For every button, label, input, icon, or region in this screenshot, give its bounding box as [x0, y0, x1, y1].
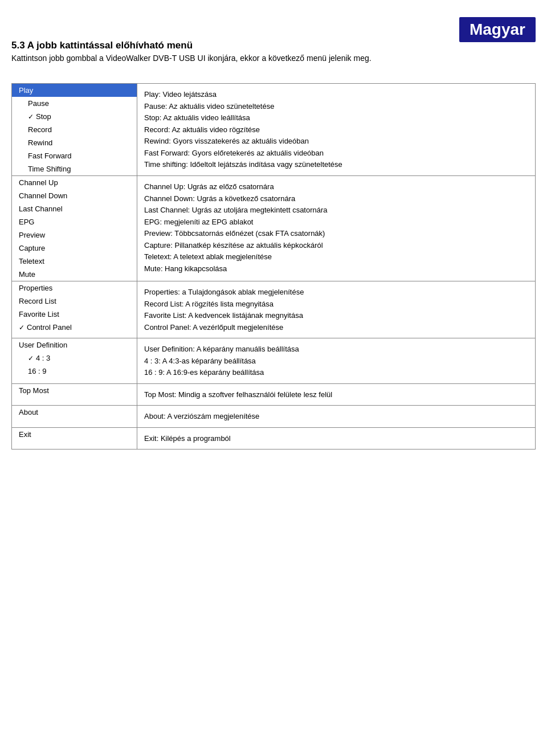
description-line: Record List: A rögzítés lista megnyitása — [144, 299, 528, 310]
description-line: Top Most: Mindig a szoftver felhasználói… — [144, 389, 528, 401]
menu-item[interactable]: User Definition — [12, 338, 137, 352]
description-section: Exit: Kilépés a programból — [137, 428, 535, 449]
menu-right-col: User Definition: A képarány manuális beá… — [137, 338, 536, 384]
menu-item[interactable]: Play — [12, 84, 137, 97]
section-subtitle: Kattintson jobb gombbal a VideoWalker DV… — [11, 54, 536, 63]
menu-left-col: Top Most — [12, 383, 137, 406]
menu-item[interactable]: Control Panel — [12, 321, 137, 334]
menu-item[interactable]: Record List — [12, 295, 137, 308]
description-line: Preview: Többcsatornás előnézet (csak FT… — [144, 228, 528, 239]
menu-item[interactable]: Exit — [12, 428, 137, 441]
menu-group-row: Channel UpChannel DownLast ChannelEPGPre… — [12, 176, 536, 281]
menu-item[interactable]: Channel Up — [12, 176, 137, 189]
menu-group-row: PlayPauseStopRecordRewindFast ForwardTim… — [12, 84, 536, 176]
menu-item[interactable]: Time Shifting — [12, 162, 137, 175]
section-title: 5.3 A jobb kattintással előhívható menü — [11, 40, 536, 51]
description-line: Stop: Az aktuális video leállítása — [144, 112, 528, 124]
menu-item[interactable]: Rewind — [12, 136, 137, 149]
menu-right-col: Play: Video lejátszásaPause: Az aktuális… — [137, 84, 536, 176]
description-line: Mute: Hang kikapcsolása — [144, 263, 528, 275]
menu-item[interactable]: Properties — [12, 281, 137, 295]
menu-group-row: User Definition4 : 316 : 9User Definitio… — [12, 338, 536, 384]
description-section: Top Most: Mindig a szoftver felhasználói… — [137, 384, 535, 406]
description-line: 16 : 9: A 16:9-es képarány beállítása — [144, 367, 528, 378]
description-section: User Definition: A képarány manuális beá… — [137, 338, 535, 383]
menu-group-row: PropertiesRecord ListFavorite ListContro… — [12, 281, 536, 338]
description-line: Play: Video lejátszása — [144, 89, 528, 100]
description-section: Channel Up: Ugrás az előző csatornáraCha… — [137, 176, 535, 279]
menu-right-col: Top Most: Mindig a szoftver felhasználói… — [137, 383, 536, 406]
menu-item[interactable]: Capture — [12, 242, 137, 255]
menu-item[interactable]: About — [12, 406, 137, 419]
description-line: Pause: Az aktuális video szüneteltetése — [144, 101, 528, 112]
menu-item[interactable]: Favorite List — [12, 308, 137, 321]
description-line: Record: Az aktuális video rögzítése — [144, 124, 528, 136]
menu-item[interactable]: Record — [12, 123, 137, 136]
description-line: Last Channel: Ugrás az utoljára megtekin… — [144, 205, 528, 216]
menu-right-col: Exit: Kilépés a programból — [137, 427, 536, 449]
description-line: EPG: megjeleníti az EPG ablakot — [144, 216, 528, 228]
menu-left-col: User Definition4 : 316 : 9 — [12, 338, 137, 384]
menu-item[interactable]: EPG — [12, 215, 137, 228]
menu-group-row: ExitExit: Kilépés a programból — [12, 427, 536, 449]
description-section: Play: Video lejátszásaPause: Az aktuális… — [137, 84, 535, 175]
menu-left-col: Channel UpChannel DownLast ChannelEPGPre… — [12, 176, 137, 281]
description-section: About: A verziószám megjelenítése — [137, 406, 535, 427]
menu-right-col: Properties: a Tulajdongások ablak megjel… — [137, 281, 536, 338]
description-line: Exit: Kilépés a programból — [144, 433, 528, 444]
description-line: Favorite List: A kedvencek listájának me… — [144, 310, 528, 321]
menu-group-row: AboutAbout: A verziószám megjelenítése — [12, 406, 536, 428]
description-line: Teletext: A teletext ablak megjelenítése — [144, 251, 528, 263]
menu-left-col: PropertiesRecord ListFavorite ListContro… — [12, 281, 137, 338]
menu-item[interactable]: Stop — [12, 110, 137, 123]
page-header: Magyar 5.3 A jobb kattintással előhívhat… — [11, 17, 536, 72]
description-line: User Definition: A képarány manuális beá… — [144, 344, 528, 355]
description-line: Channel Down: Ugrás a következő csatorná… — [144, 193, 528, 205]
menu-left-col: Exit — [12, 427, 137, 449]
menu-item[interactable]: Preview — [12, 228, 137, 242]
menu-item[interactable]: 4 : 3 — [12, 352, 137, 365]
description-line: Properties: a Tulajdongások ablak megjel… — [144, 287, 528, 298]
menu-right-col: Channel Up: Ugrás az előző csatornáraCha… — [137, 176, 536, 281]
menu-left-col: About — [12, 406, 137, 428]
menu-item[interactable]: Channel Down — [12, 189, 137, 202]
menu-item[interactable]: Mute — [12, 268, 137, 281]
description-line: Control Panel: A vezérlőpult megjeleníté… — [144, 322, 528, 333]
description-line: Channel Up: Ugrás az előző csatornára — [144, 181, 528, 193]
description-line: About: A verziószám megjelenítése — [144, 411, 528, 422]
description-line: Fast Forward: Gyors előretekerés az aktu… — [144, 148, 528, 159]
menu-item[interactable]: Pause — [12, 97, 137, 110]
description-line: Time shifting: Időeltolt lejátszás indít… — [144, 159, 528, 170]
description-line: Capture: Pillanatkép készítése az aktuál… — [144, 240, 528, 251]
menu-item[interactable]: Teletext — [12, 255, 137, 268]
menu-group-row: Top MostTop Most: Mindig a szoftver felh… — [12, 383, 536, 406]
description-section: Properties: a Tulajdongások ablak megjel… — [137, 281, 535, 338]
main-table: PlayPauseStopRecordRewindFast ForwardTim… — [11, 83, 536, 449]
menu-item[interactable]: 16 : 9 — [12, 365, 137, 378]
description-line: Rewind: Gyors visszatekerés az aktuális … — [144, 136, 528, 147]
menu-item[interactable]: Fast Forward — [12, 149, 137, 162]
menu-item[interactable]: Top Most — [12, 384, 137, 397]
language-badge: Magyar — [459, 17, 536, 42]
menu-item[interactable]: Last Channel — [12, 202, 137, 215]
menu-right-col: About: A verziószám megjelenítése — [137, 406, 536, 428]
menu-left-col: PlayPauseStopRecordRewindFast ForwardTim… — [12, 84, 137, 176]
description-line: 4 : 3: A 4:3-as képarány beállítása — [144, 355, 528, 367]
